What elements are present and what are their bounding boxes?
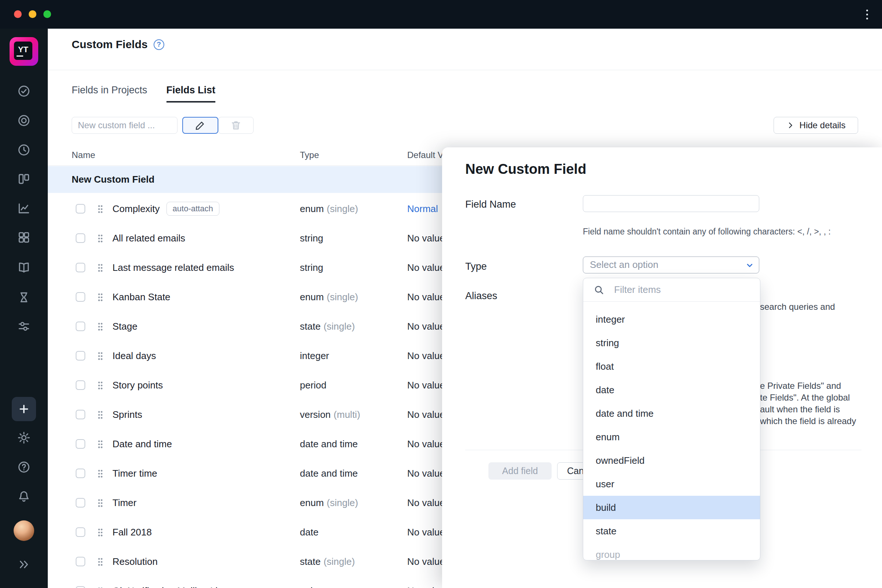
drag-handle-icon[interactable] [97, 439, 104, 450]
aliases-label: Aliases [465, 290, 497, 302]
field-name-input[interactable] [583, 195, 759, 212]
help-icon[interactable] [17, 460, 31, 474]
drag-handle-icon[interactable] [97, 263, 104, 273]
dropdown-options-list: integerstringfloatdatedate and timeenumo… [583, 302, 760, 560]
dropdown-option-enum[interactable]: enum [583, 425, 760, 449]
new-item-button[interactable] [12, 397, 36, 421]
field-type-cell: string [300, 224, 326, 253]
drag-handle-icon[interactable] [97, 586, 104, 588]
hide-details-button[interactable]: Hide details [774, 117, 858, 134]
grid-icon[interactable] [17, 230, 31, 244]
filter-items-input[interactable] [614, 278, 754, 301]
row-checkbox[interactable] [76, 351, 85, 360]
field-type-cell: enum(single) [300, 488, 358, 518]
new-custom-field-input[interactable] [72, 117, 177, 134]
tasks-icon[interactable] [17, 84, 31, 98]
zoom-window-icon[interactable] [44, 10, 51, 18]
row-checkbox[interactable] [76, 233, 85, 243]
drag-handle-icon[interactable] [97, 410, 104, 420]
avatar[interactable] [14, 520, 34, 541]
field-default-cell[interactable]: Normal [407, 194, 438, 224]
drag-handle-icon[interactable] [97, 233, 104, 244]
field-default-cell: No value [407, 253, 445, 282]
tab-fields-in-projects[interactable]: Fields in Projects [72, 84, 147, 102]
dropdown-option-state[interactable]: state [583, 519, 760, 543]
drag-handle-icon[interactable] [97, 498, 104, 508]
drag-handle-icon[interactable] [97, 351, 104, 361]
delete-button[interactable] [218, 117, 254, 134]
field-name-label: Field Name [465, 199, 516, 210]
field-name-cell: Resolution [112, 547, 158, 576]
row-checkbox[interactable] [76, 322, 85, 331]
field-name-cell: Sprints [112, 400, 142, 429]
expand-icon[interactable] [17, 558, 31, 572]
type-select[interactable]: Select an option [583, 256, 759, 273]
dropdown-option-date[interactable]: date [583, 378, 760, 402]
header-divider [48, 70, 882, 70]
kebab-menu-icon[interactable] [860, 8, 874, 21]
row-checkbox[interactable] [76, 439, 85, 449]
drag-handle-icon[interactable] [97, 527, 104, 538]
drag-handle-icon[interactable] [97, 292, 104, 303]
field-name-cell: New Custom Field [72, 166, 154, 193]
row-checkbox[interactable] [76, 498, 85, 507]
tab-fields-list[interactable]: Fields List [166, 84, 216, 102]
dropdown-option-string[interactable]: string [583, 331, 760, 355]
target-icon[interactable] [17, 114, 31, 128]
drag-handle-icon[interactable] [97, 380, 104, 391]
row-checkbox[interactable] [76, 557, 85, 566]
dropdown-option-build[interactable]: build [583, 496, 760, 519]
youtrack-logo[interactable]: YT [9, 37, 38, 66]
clock-icon[interactable] [17, 143, 31, 157]
bell-icon[interactable] [17, 489, 31, 504]
drag-handle-icon[interactable] [97, 204, 104, 214]
dropdown-option-ownedField[interactable]: ownedField [583, 449, 760, 472]
logo-text: YT [18, 45, 28, 54]
hourglass-icon[interactable] [17, 290, 31, 304]
dropdown-option-date-and-time[interactable]: date and time [583, 402, 760, 425]
minimize-window-icon[interactable] [28, 10, 36, 18]
add-field-button[interactable]: Add field [488, 462, 552, 480]
field-default-cell: No value [407, 488, 445, 518]
dropdown-option-float[interactable]: float [583, 355, 760, 378]
field-default-cell: No value [407, 429, 445, 459]
field-name-cell: Timer [112, 488, 136, 518]
row-checkbox[interactable] [76, 527, 85, 537]
dropdown-option-group[interactable]: group [583, 543, 760, 560]
board-icon[interactable] [17, 172, 31, 186]
field-name-cell: Stage [112, 312, 138, 341]
field-default-cell: No value [407, 224, 445, 253]
help-circle-icon[interactable]: ? [154, 39, 164, 50]
sidebar: YT [0, 28, 48, 588]
close-window-icon[interactable] [14, 10, 22, 18]
dropdown-option-user[interactable]: user [583, 472, 760, 496]
field-name-cell: Complexity auto-attach [112, 194, 219, 224]
field-name-cell: All related emails [112, 224, 185, 253]
row-checkbox[interactable] [76, 586, 85, 588]
chart-icon[interactable] [17, 201, 31, 215]
row-checkbox[interactable] [76, 204, 85, 213]
column-header-name: Name [72, 150, 95, 160]
gear-icon[interactable] [17, 431, 31, 445]
book-icon[interactable] [17, 261, 31, 274]
type-label: Type [465, 261, 487, 272]
field-default-cell: No value [407, 370, 445, 400]
field-default-cell: No value [407, 518, 445, 547]
row-checkbox[interactable] [76, 292, 85, 302]
field-type-cell: integer [300, 341, 332, 370]
sliders-icon[interactable] [17, 320, 31, 333]
drag-handle-icon[interactable] [97, 557, 104, 567]
row-checkbox[interactable] [76, 469, 85, 478]
row-checkbox[interactable] [76, 380, 85, 390]
row-checkbox[interactable] [76, 410, 85, 419]
row-checkbox[interactable] [76, 263, 85, 272]
field-default-cell: No value [407, 282, 445, 312]
edit-button[interactable] [182, 117, 218, 134]
field-default-cell: No value [407, 312, 445, 341]
dropdown-option-integer[interactable]: integer [583, 308, 760, 331]
field-default-cell: No value [407, 400, 445, 429]
drag-handle-icon[interactable] [97, 322, 104, 332]
drag-handle-icon[interactable] [97, 469, 104, 479]
type-select-placeholder: Select an option [590, 257, 658, 273]
field-name-cell: Kanban State [112, 282, 171, 312]
